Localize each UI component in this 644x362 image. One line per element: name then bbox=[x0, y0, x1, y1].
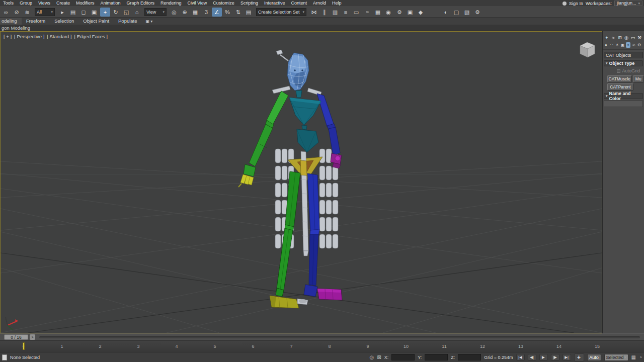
create-tab-icon[interactable]: + bbox=[604, 35, 609, 41]
rendered-frame-icon[interactable]: ▣ bbox=[405, 8, 415, 17]
maxscript-mini-listener[interactable] bbox=[2, 354, 7, 360]
select-by-name-icon[interactable]: ▤ bbox=[68, 8, 78, 17]
muscle-strand-button[interactable]: Mu bbox=[633, 75, 644, 82]
ribbon-tab[interactable]: Freeform bbox=[22, 18, 50, 25]
select-and-move-icon[interactable]: + bbox=[100, 8, 110, 17]
window-crossing-icon[interactable]: ▣ bbox=[89, 8, 99, 17]
menu-item[interactable]: Graph Editors bbox=[123, 0, 157, 7]
utilities-tab-icon[interactable]: ⚒ bbox=[637, 35, 642, 41]
key-mode-dropdown[interactable]: Selected ▾ bbox=[604, 354, 628, 361]
menu-item[interactable]: Arnold bbox=[310, 0, 329, 7]
geometry-icon[interactable]: ● bbox=[604, 42, 608, 48]
play-button[interactable]: ▶ bbox=[539, 354, 548, 360]
menu-item[interactable]: Content bbox=[288, 0, 310, 7]
cat-rig-character[interactable] bbox=[238, 50, 342, 308]
layer-explorer-icon[interactable]: ≡ bbox=[341, 8, 351, 17]
menu-item[interactable]: Customize bbox=[210, 0, 237, 7]
modify-tab-icon[interactable]: ≈ bbox=[611, 35, 616, 41]
unlink-selection-icon[interactable]: ⊘ bbox=[12, 8, 22, 17]
menu-item[interactable]: Tools bbox=[0, 0, 17, 7]
set-key-button[interactable]: + bbox=[574, 353, 584, 361]
edit-named-sets-icon[interactable]: ▤ bbox=[244, 8, 254, 17]
systems-icon[interactable]: ⚙ bbox=[637, 42, 641, 48]
viewport-pov-menu[interactable]: [ Perspective ] bbox=[14, 34, 44, 39]
render-production-icon[interactable]: ◆ bbox=[416, 8, 426, 17]
rectangular-selection-icon[interactable]: ◻ bbox=[78, 8, 89, 17]
isolate-selection-icon[interactable]: ◎ bbox=[370, 354, 374, 360]
catmuscle-button[interactable]: CATMuscle bbox=[607, 75, 632, 82]
object-type-rollout[interactable]: ▾ Object Type bbox=[604, 60, 643, 66]
render-region-icon[interactable]: ▢ bbox=[451, 8, 461, 17]
hierarchy-tab-icon[interactable]: ⊞ bbox=[617, 35, 622, 41]
ribbon-toggle-icon[interactable]: ▭ bbox=[351, 8, 361, 17]
viewport-general-menu[interactable]: [ + ] bbox=[4, 34, 12, 39]
select-and-link-icon[interactable]: ∞ bbox=[1, 8, 11, 17]
selection-filter-dropdown[interactable]: All ▾ bbox=[35, 8, 55, 16]
workspace-selector[interactable]: jiangjun... ▾ bbox=[614, 1, 642, 6]
key-filters-icon[interactable]: ▦ bbox=[631, 354, 636, 360]
use-pivot-center-icon[interactable]: ◎ bbox=[169, 8, 179, 17]
menu-item[interactable]: Scripting bbox=[237, 0, 261, 7]
menu-item[interactable]: Rendering bbox=[157, 0, 185, 7]
menu-item[interactable]: Interactive bbox=[261, 0, 288, 7]
time-slider-track[interactable] bbox=[39, 336, 640, 338]
motion-tab-icon[interactable]: ◎ bbox=[624, 35, 629, 41]
ribbon-overflow-icon[interactable]: ▣ ▾ bbox=[146, 19, 153, 24]
sign-in-button[interactable]: Sign In bbox=[569, 1, 583, 6]
next-frame-button[interactable]: > bbox=[30, 334, 35, 340]
cat-objects-dropdown[interactable]: CAT Objects bbox=[604, 52, 643, 58]
object-name-field[interactable] bbox=[604, 101, 643, 107]
snap-toggle-icon[interactable]: 3 bbox=[201, 8, 211, 17]
settings-gear-icon[interactable]: ⚙ bbox=[472, 8, 482, 17]
viewport-canvas[interactable] bbox=[1, 32, 602, 333]
angle-snap-icon[interactable]: ∠ bbox=[212, 8, 222, 17]
ribbon-tab[interactable]: odeling bbox=[0, 18, 22, 25]
selection-lock-icon[interactable]: ⊠ bbox=[377, 354, 381, 360]
menu-item[interactable]: Help bbox=[329, 0, 345, 7]
keyboard-override-icon[interactable]: ▦ bbox=[190, 8, 200, 17]
select-and-scale-icon[interactable]: ◱ bbox=[121, 8, 131, 17]
named-selection-set-field[interactable]: Create Selection Set ▾ bbox=[256, 8, 306, 16]
reference-coordinate-dropdown[interactable]: View ▾ bbox=[144, 8, 167, 16]
ribbon-tab[interactable]: Selection bbox=[50, 18, 78, 25]
next-frame-step-button[interactable]: |▶ bbox=[551, 354, 559, 360]
menu-item[interactable]: Create bbox=[53, 0, 73, 7]
time-slider[interactable]: 0 / 16 bbox=[4, 334, 28, 340]
menu-item[interactable]: Animation bbox=[97, 0, 123, 7]
percent-snap-icon[interactable]: % bbox=[222, 8, 232, 17]
viewport[interactable]: [ + ] [ Perspective ] [ Standard ] [ Edg… bbox=[0, 31, 602, 333]
polygon-modeling-label[interactable]: gon Modeling bbox=[2, 25, 30, 31]
y-coordinate-input[interactable] bbox=[425, 354, 448, 360]
menu-item[interactable]: Views bbox=[35, 0, 53, 7]
auto-key-button[interactable]: Auto bbox=[587, 354, 601, 361]
track-bar[interactable]: 0123456789101112131415 bbox=[0, 340, 644, 352]
name-color-rollout[interactable]: ▾ Name and Color bbox=[604, 93, 643, 99]
time-configuration-icon[interactable]: ◔ bbox=[639, 354, 642, 360]
state-sets-icon[interactable]: ▧ bbox=[462, 8, 472, 17]
menu-item[interactable]: Group bbox=[17, 0, 35, 7]
menu-item[interactable]: Civil View bbox=[185, 0, 210, 7]
mirror-icon[interactable]: ⋈ bbox=[309, 8, 319, 17]
helpers-icon[interactable]: ⌖ bbox=[626, 42, 630, 48]
ribbon-tab[interactable]: Object Paint bbox=[78, 18, 114, 25]
current-frame-marker[interactable] bbox=[23, 342, 25, 350]
go-to-end-button[interactable]: ▶| bbox=[562, 354, 571, 360]
catparent-button[interactable]: CATParent bbox=[607, 83, 633, 90]
select-and-manipulate-icon[interactable]: ⊕ bbox=[180, 8, 190, 17]
material-override-icon[interactable]: ◐ bbox=[441, 8, 451, 17]
ribbon-tab[interactable]: Populate bbox=[114, 18, 142, 25]
go-to-start-button[interactable]: |◀ bbox=[516, 354, 525, 360]
lights-icon[interactable]: ☀ bbox=[615, 42, 619, 48]
select-object-icon[interactable]: ▸ bbox=[57, 8, 67, 17]
select-and-place-icon[interactable]: ⌂ bbox=[132, 8, 142, 17]
spinner-snap-icon[interactable]: ⇅ bbox=[233, 8, 243, 17]
display-tab-icon[interactable]: ▭ bbox=[630, 35, 635, 41]
schematic-view-icon[interactable]: ▦ bbox=[373, 8, 383, 17]
bind-to-spacewarp-icon[interactable]: ≋ bbox=[22, 8, 32, 17]
previous-frame-button[interactable]: ◀| bbox=[528, 354, 536, 360]
shapes-icon[interactable]: ◠ bbox=[609, 42, 614, 48]
render-setup-icon[interactable]: ⚙ bbox=[394, 8, 405, 17]
select-and-rotate-icon[interactable]: ↻ bbox=[111, 8, 121, 17]
curve-editor-icon[interactable]: ≈ bbox=[362, 8, 372, 17]
viewcube[interactable] bbox=[580, 42, 595, 57]
